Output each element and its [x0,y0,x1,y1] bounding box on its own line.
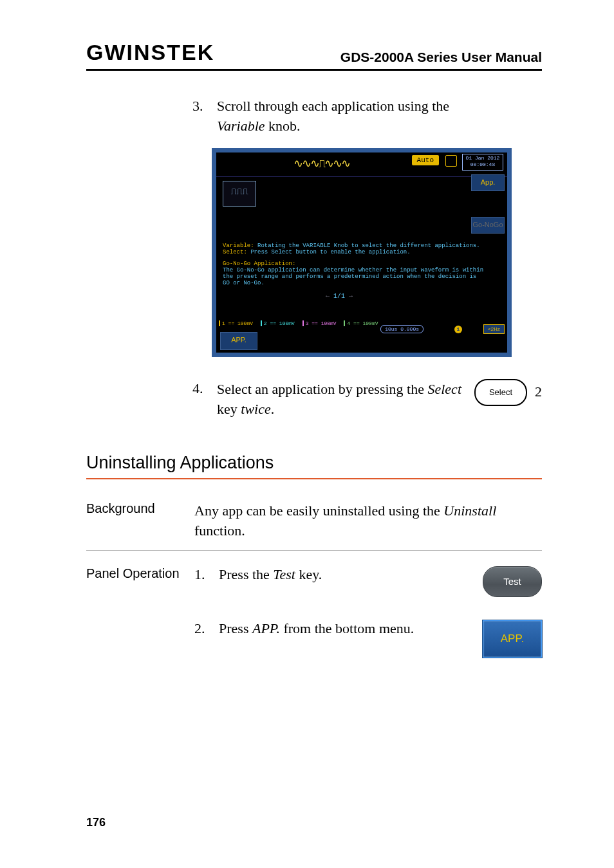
mode-icon [445,155,457,167]
scr-topbar: ∿∿∿⎍∿∿∿ Auto 01 Jan 2012 00:00:48 [216,152,507,177]
row-label-panelop: Panel Operation [86,566,181,581]
brand-logo: GWINSTEK [86,40,214,65]
help-text-app: Go-No-Go Application: The Go-No-Go appli… [223,261,483,286]
pager: ← 1/1 → [326,293,353,300]
app-softkey-icon: APP. [483,620,542,658]
section-heading: Uninstalling Applications [86,453,542,479]
side-btn-app[interactable]: App. [471,174,505,191]
background-body: Any app can be easily uninstalled using … [194,501,542,541]
app-icon-glyph: ⎍⎍⎍ [223,181,256,197]
oscilloscope-screenshot: ∿∿∿⎍∿∿∿ Auto 01 Jan 2012 00:00:48 App. G… [212,148,512,357]
step-3: 3. Scroll through each application using… [192,97,542,136]
waveform-preview-icon: ∿∿∿⎍∿∿∿ [293,156,349,171]
page-number: 176 [86,816,106,829]
step-text: Press the Test key. [219,566,470,583]
datetime-box: 01 Jan 2012 00:00:48 [462,154,503,171]
row-label-background: Background [86,501,181,516]
app-icon: ⎍⎍⎍ [223,181,256,207]
select-key-icon: Select [474,379,527,406]
ch4-status: 4 == 100mV [344,320,380,326]
side-btn-gonogo[interactable]: Go-NoGo [471,217,505,234]
panel-op-step-2: 2. Press APP. from the bottom menu. APP. [86,620,542,658]
step-text: Select an application by pressing the Se… [217,379,467,420]
step-text: Press APP. from the bottom menu. [219,620,470,637]
panel-op-step-1: Panel Operation 1. Press the Test key. T… [86,566,542,597]
page-header: GWINSTEK GDS-2000A Series User Manual [86,40,542,71]
logo-text: GWINSTEK [86,40,214,65]
ch2-status: 2 == 100mV [261,320,297,326]
background-row: Background Any app can be easily uninsta… [86,501,542,541]
page: GWINSTEK GDS-2000A Series User Manual 3.… [0,0,614,706]
step-4: 4. Select an application by pressing the… [192,379,542,420]
ch1-status: 1 == 100mV [219,320,255,326]
step-text: Scroll through each application using th… [217,97,449,136]
content-body: 3. Scroll through each application using… [192,97,542,420]
step-number: 3. [192,97,209,136]
bottom-menu: APP. [216,328,507,353]
document-title: GDS-2000A Series User Manual [340,50,542,65]
step-number: 1. [194,566,211,583]
row-divider [86,550,542,551]
test-key-icon: Test [483,566,542,597]
bottom-btn-app[interactable]: APP. [220,332,257,350]
step-number: 4. [192,379,209,420]
help-text-variable: Variable: Rotating the VARIABLE Knob to … [223,243,480,255]
auto-badge: Auto [412,155,439,165]
step-number: 2. [194,620,211,637]
ch3-status: 3 == 100mV [302,320,339,326]
press-count: 2 [535,382,542,402]
step-4-right: Select 2 [474,379,542,406]
